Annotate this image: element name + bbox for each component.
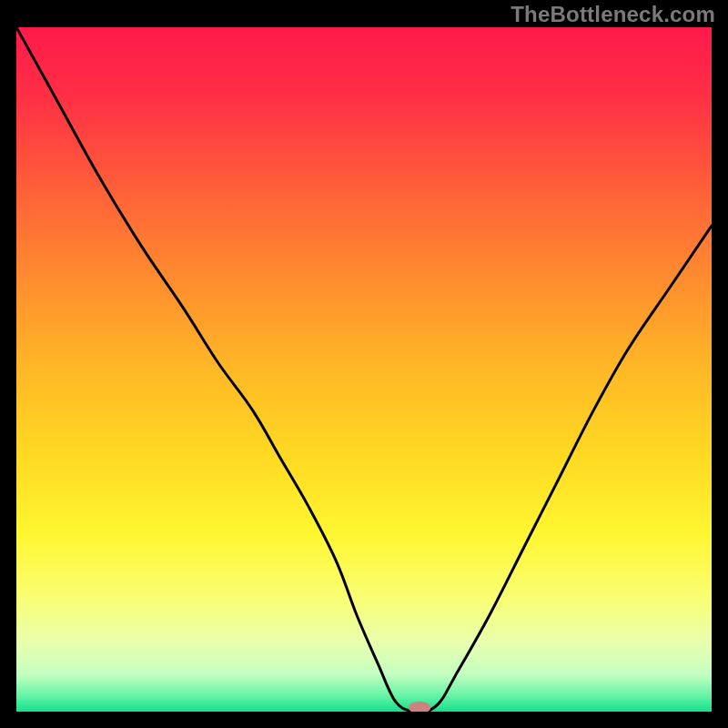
- gradient-background: [16, 27, 712, 712]
- plot-area: [16, 27, 712, 712]
- chart-frame: TheBottleneck.com: [0, 0, 728, 728]
- watermark-text: TheBottleneck.com: [511, 2, 715, 27]
- chart-svg: [16, 27, 712, 712]
